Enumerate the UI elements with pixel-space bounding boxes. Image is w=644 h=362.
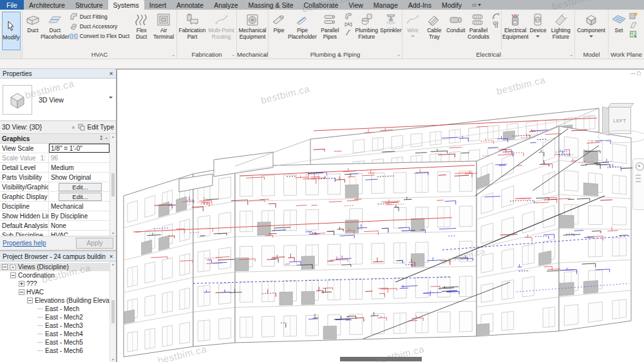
default-analysis-value[interactable]: None bbox=[48, 221, 109, 230]
duct-fitting-button[interactable]: Duct Fitting bbox=[70, 13, 129, 21]
collapse-expander-icon[interactable] bbox=[2, 264, 8, 270]
expand-expander-icon[interactable] bbox=[19, 281, 24, 287]
conduit-button[interactable]: Conduit bbox=[446, 10, 466, 50]
mechanical-panel-launcher-icon[interactable]: ⌄ bbox=[263, 52, 267, 57]
tab-analyze[interactable]: Analyze bbox=[209, 0, 243, 10]
tab-insert[interactable]: Insert bbox=[144, 0, 171, 10]
collapse-icon[interactable]: ^ bbox=[105, 136, 108, 142]
tree-item-east-mech5[interactable]: East - Mech5 bbox=[0, 338, 109, 347]
type-selector[interactable]: 3D View bbox=[0, 79, 116, 121]
mechanical-equipment-button[interactable]: Mechanical Equipment bbox=[238, 10, 267, 50]
tree-item-east-mech2[interactable]: East - Mech2 bbox=[0, 313, 109, 321]
tree-item-hvac[interactable]: HVAC bbox=[0, 288, 109, 296]
view-cube[interactable]: LEFT bbox=[601, 102, 643, 152]
collapse-expander-icon[interactable] bbox=[10, 272, 16, 278]
ref-plane-button[interactable] bbox=[629, 21, 638, 29]
close-icon[interactable]: ✕ bbox=[109, 71, 113, 77]
properties-help-link[interactable]: Properties help bbox=[3, 240, 46, 247]
air-terminal-button[interactable]: Air Terminal bbox=[151, 10, 176, 50]
edit-type-button[interactable]: Edit Type bbox=[78, 124, 114, 131]
duct-accessory-button[interactable]: Duct Accessory bbox=[70, 23, 129, 30]
properties-scrollbar[interactable]: ▲ ▼ bbox=[109, 134, 116, 236]
tree-item-views[interactable]: Views (Discipline) bbox=[0, 263, 109, 271]
project-browser-header[interactable]: Project Browser - 24 campus building D_P… bbox=[0, 252, 116, 262]
3d-model-view[interactable] bbox=[117, 70, 644, 362]
close-icon[interactable]: ✕ bbox=[109, 254, 113, 260]
apply-button[interactable]: Apply bbox=[76, 238, 113, 249]
convert-to-flex-duct-button[interactable]: Convert to Flex Duct bbox=[70, 32, 129, 40]
tab-annotate[interactable]: Annotate bbox=[171, 0, 209, 10]
tab-add-ins[interactable]: Add-Ins bbox=[403, 0, 437, 10]
modify-button[interactable]: Modify bbox=[2, 12, 21, 50]
collapse-expander-icon[interactable] bbox=[19, 289, 24, 295]
graphic-display-edit-button[interactable]: Edit... bbox=[59, 193, 102, 201]
pipe-fitting-button[interactable] bbox=[345, 12, 352, 19]
browser-scrollbar[interactable]: ▲ ▼ bbox=[109, 262, 116, 362]
tree-item-unknown[interactable]: ??? bbox=[0, 280, 109, 288]
tree-item-east-mech4[interactable]: East - Mech4 bbox=[0, 330, 109, 338]
flex-pipe-button[interactable] bbox=[345, 29, 352, 36]
plumbing-panel-launcher-icon[interactable]: ⌄ bbox=[397, 52, 401, 57]
sprinkler-button[interactable]: Sprinkler bbox=[381, 10, 401, 50]
plumbing-fixture-button[interactable]: Plumbing Fixture bbox=[353, 10, 381, 50]
tab-structure[interactable]: Structure bbox=[70, 0, 108, 10]
view-scale-value[interactable]: 1/8" = 1'-0" bbox=[48, 144, 109, 153]
scroll-up-icon[interactable]: ▲ bbox=[111, 135, 115, 138]
fabrication-panel-launcher-icon[interactable]: ⌄ bbox=[231, 52, 235, 57]
electrical-panel-launcher-icon[interactable]: ⌄ bbox=[569, 52, 573, 57]
scroll-up-icon[interactable]: ▲ bbox=[111, 262, 115, 266]
scroll-down-icon[interactable]: ▼ bbox=[111, 357, 115, 361]
sub-discipline-value[interactable]: HVAC bbox=[48, 231, 109, 236]
parallel-pipes-button[interactable]: Parallel Pipes bbox=[316, 10, 344, 50]
pipe-placeholder-button[interactable]: Pipe Placeholder bbox=[289, 10, 316, 50]
detail-level-value[interactable]: Medium bbox=[48, 163, 109, 172]
navigation-bar[interactable] bbox=[632, 158, 644, 210]
view-window-buttons[interactable]: —▢ bbox=[630, 71, 642, 76]
device-button[interactable]: Device bbox=[528, 10, 547, 50]
set-work-plane-button[interactable]: Set bbox=[609, 10, 629, 50]
parallel-conduits-button[interactable]: Parallel Conduits bbox=[466, 10, 492, 50]
select-panel-label[interactable]: Select bbox=[0, 50, 23, 59]
pipe-button[interactable]: Pipe bbox=[269, 10, 289, 50]
cable-tray-button[interactable]: Cable Tray bbox=[422, 10, 446, 50]
tab-view[interactable]: View bbox=[343, 0, 368, 10]
section-graphics[interactable]: Graphics ⁑^ bbox=[0, 134, 109, 144]
collapse-expander-icon[interactable] bbox=[27, 298, 33, 303]
parts-visibility-value[interactable]: Show Original bbox=[48, 173, 109, 182]
tree-item-elevations[interactable]: Elevations (Building Elevation bbox=[0, 296, 109, 305]
scrollbar-thumb[interactable] bbox=[111, 300, 115, 323]
component-button[interactable]: Component bbox=[576, 10, 607, 50]
navigation-wheel-icon[interactable] bbox=[636, 162, 644, 171]
visibility-graphics-edit-button[interactable]: Edit... bbox=[59, 183, 102, 191]
conduit-body-button[interactable] bbox=[492, 21, 500, 28]
tab-manage[interactable]: Manage bbox=[368, 0, 403, 10]
chevron-down-icon[interactable] bbox=[109, 97, 113, 99]
scroll-down-icon[interactable]: ▼ bbox=[111, 231, 115, 235]
pipe-accessory-button[interactable] bbox=[345, 21, 352, 28]
duct-button[interactable]: Duct bbox=[23, 10, 43, 50]
fabrication-part-button[interactable]: Fabrication Part bbox=[178, 10, 207, 50]
tree-item-east-mech6[interactable]: East - Mech6 bbox=[0, 347, 109, 355]
navigation-bar-tools[interactable] bbox=[636, 175, 644, 182]
lighting-fixture-button[interactable]: Lighting Fixture bbox=[547, 10, 574, 50]
show-hidden-lines-value[interactable]: By Discipline bbox=[48, 211, 109, 220]
hvac-panel-launcher-icon[interactable]: ⌄ bbox=[171, 52, 175, 57]
tab-file[interactable]: File bbox=[0, 0, 24, 10]
properties-header[interactable]: Properties ✕ bbox=[0, 69, 116, 79]
tab-collaborate[interactable]: Collaborate bbox=[299, 0, 344, 10]
electrical-equipment-button[interactable]: Electrical Equipment bbox=[502, 10, 529, 50]
tab-massing-site[interactable]: Massing & Site bbox=[243, 0, 299, 10]
tree-item-coordination[interactable]: Coordination bbox=[0, 271, 109, 280]
drawing-area[interactable]: —▢ LEFT bbox=[117, 69, 644, 362]
view-cube-compass-ring[interactable] bbox=[598, 130, 644, 143]
duct-placeholder-button[interactable]: Duct Placeholder bbox=[43, 10, 68, 50]
conduit-fitting-button[interactable] bbox=[492, 12, 500, 19]
discipline-value[interactable]: Mechanical bbox=[48, 202, 109, 211]
show-work-plane-button[interactable] bbox=[629, 12, 638, 20]
tab-architecture[interactable]: Architecture bbox=[24, 0, 70, 10]
scrollbar-thumb[interactable] bbox=[111, 173, 115, 196]
viewer-button[interactable] bbox=[629, 30, 638, 38]
tree-item-east-mech[interactable]: East - Mech bbox=[0, 305, 109, 313]
flex-duct-button[interactable]: Flex Duct bbox=[131, 10, 151, 50]
restore-icon[interactable]: ▢ bbox=[636, 71, 642, 75]
